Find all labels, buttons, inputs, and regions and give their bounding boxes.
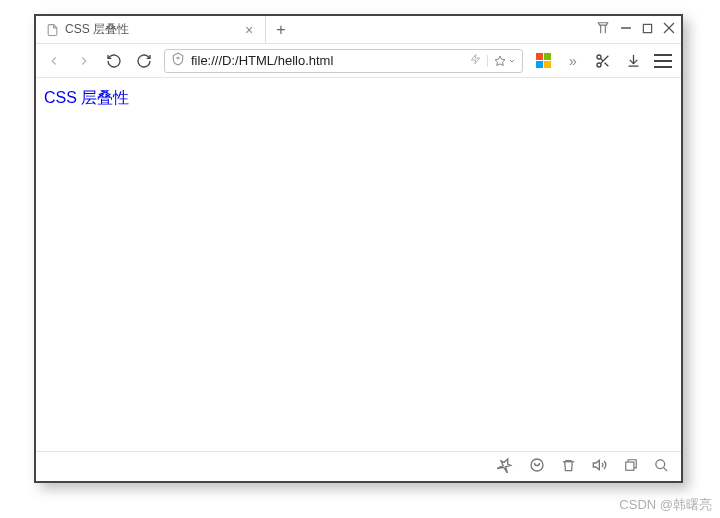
shield-icon (171, 52, 185, 69)
svg-marker-7 (495, 56, 505, 66)
adblock-icon[interactable] (529, 457, 545, 476)
svg-rect-17 (626, 462, 634, 470)
ms-logo-icon[interactable] (533, 51, 553, 71)
toolbar: file:///D:/HTML/hello.html » (36, 44, 681, 78)
pin-icon[interactable] (497, 457, 513, 476)
page-icon (46, 23, 59, 37)
window-controls (596, 16, 681, 43)
svg-line-12 (600, 58, 603, 61)
search-icon[interactable] (654, 458, 669, 476)
tab-close-button[interactable]: × (241, 23, 257, 37)
volume-icon[interactable] (592, 457, 608, 476)
forward-button[interactable] (74, 51, 94, 71)
titlebar-spacer (296, 16, 596, 43)
svg-point-18 (656, 459, 665, 468)
menu-button[interactable] (653, 51, 673, 71)
minimize-button[interactable] (620, 22, 632, 37)
watermark: CSDN @韩曙亮 (619, 496, 712, 514)
scissors-icon[interactable] (593, 51, 613, 71)
restore-icon[interactable] (624, 458, 638, 475)
back-button[interactable] (44, 51, 64, 71)
svg-line-11 (605, 62, 609, 66)
svg-line-19 (663, 467, 667, 471)
page-content: CSS 层叠性 (36, 78, 681, 119)
tab-title: CSS 层叠性 (65, 21, 235, 38)
undo-button[interactable] (134, 51, 154, 71)
reload-button[interactable] (104, 51, 124, 71)
titlebar: CSS 层叠性 × + (36, 16, 681, 44)
new-tab-button[interactable]: + (266, 16, 296, 43)
address-bar[interactable]: file:///D:/HTML/hello.html (164, 49, 523, 73)
maximize-button[interactable] (642, 22, 653, 37)
svg-marker-16 (593, 460, 599, 469)
delete-icon[interactable] (561, 458, 576, 476)
svg-rect-1 (643, 24, 651, 32)
overflow-button[interactable]: » (563, 51, 583, 71)
wardrobe-icon[interactable] (596, 21, 610, 38)
favorite-button[interactable] (487, 55, 516, 67)
tab-active[interactable]: CSS 层叠性 × (36, 16, 266, 43)
url-text: file:///D:/HTML/hello.html (191, 53, 464, 68)
download-icon[interactable] (623, 51, 643, 71)
status-bar (36, 451, 681, 481)
browser-window: CSS 层叠性 × + (34, 14, 683, 483)
svg-marker-6 (471, 54, 479, 63)
flash-icon[interactable] (470, 52, 481, 69)
page-heading: CSS 层叠性 (44, 89, 129, 106)
close-button[interactable] (663, 22, 675, 37)
